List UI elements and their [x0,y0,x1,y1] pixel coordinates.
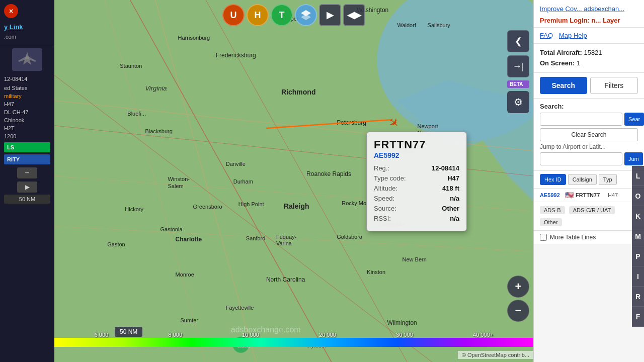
minus-icon: − [25,168,29,177]
filter-u-button[interactable]: U [222,4,245,26]
jump-button[interactable]: Jum [624,152,643,165]
nav-o-button[interactable]: O [632,186,644,206]
svg-text:Greensboro: Greensboro [193,204,222,210]
type-col-button[interactable]: Typ [599,174,617,185]
popup-reg-row: Reg.: 12-08414 [374,164,459,172]
sidebar-content: y Link .com 12-08414 ed States military … [0,20,54,362]
svg-text:Harrisonburg: Harrisonburg [178,35,210,41]
faq-link[interactable]: FAQ [540,32,553,39]
sidebar-model2: Chinook [0,116,54,124]
search-mini-button[interactable]: Sear [624,113,644,126]
svg-text:Virginia: Virginia [145,84,167,92]
popup-speed-row: Speed: n/a [374,195,459,202]
svg-text:Monroe: Monroe [176,272,194,278]
row-flag: 🇺🇸 [565,191,574,199]
source-label: Source: [374,205,396,212]
callsign-col-button[interactable]: Callsign [568,174,597,185]
rssi-label: RSSI: [374,215,391,222]
search-section-label: Search: [540,103,638,110]
svg-text:Varina: Varina [276,240,292,246]
alt-label-2: 8 000 [169,332,183,338]
panel-links-row: FAQ Map Help [534,28,644,44]
split-button[interactable]: ◀▶ [343,4,365,26]
search-input[interactable] [540,113,622,126]
alt-label-4: 20 000 [319,332,336,338]
svg-text:High Point: High Point [238,201,264,207]
popup-source-row: Source: Other [374,205,459,212]
on-screen-value: 1 [577,59,580,67]
zoom-in-button[interactable]: + [507,276,529,298]
back-button[interactable]: ❮ [507,30,529,52]
source-adsc-tag[interactable]: ADS-C/R / UAT [569,206,615,214]
reg-label: Reg.: [374,164,389,172]
type-label: Type code: [374,174,406,182]
popup-type-row: Type code: H47 [374,174,459,182]
layers-button[interactable] [295,4,317,26]
sidebar-tag-green: LS [4,142,50,152]
source-adsb-tag[interactable]: ADS-B [540,206,565,214]
svg-text:Salem: Salem [168,183,183,189]
beta-badge[interactable]: BETA [507,80,529,88]
filter-t-button[interactable]: T [271,4,293,26]
svg-text:Goldsboro: Goldsboro [337,234,362,240]
svg-text:Raleigh: Raleigh [284,202,309,210]
nav-l-button[interactable]: L [632,166,644,186]
panel-search-filters-row: Search Filters [534,73,644,99]
hex-id-col-button[interactable]: Hex ID [540,174,566,185]
search-button[interactable]: Search [540,77,587,94]
panel-stats: Total Aircraft: 15821 On Screen: 1 [534,44,644,73]
popup-rssi-row: RSSI: n/a [374,215,459,222]
alt-label-1: 6 000 [95,332,109,338]
jump-label: Jump to Airport or Latit... [540,143,638,150]
sidebar-subdomain: .com [0,34,54,43]
sidebar-link[interactable]: y Link [0,20,54,34]
jump-input[interactable] [540,152,622,165]
rssi-value: n/a [450,215,459,222]
nav-m-button[interactable]: M [632,226,644,246]
svg-text:Richmond: Richmond [281,88,316,96]
improve-coverage-link[interactable]: Improve Cov... adsbexchan... [540,5,638,14]
popup-hex[interactable]: AE5992 [374,151,459,159]
reg-value: 12-08414 [432,164,459,172]
settings-button[interactable]: ⚙ [507,91,529,113]
more-lines-label: More Table Lines [550,234,596,241]
sidebar-divider [0,45,54,45]
zoom-out-button[interactable]: − [507,300,529,322]
nav-r-button[interactable]: R [632,287,644,307]
popup-altitude-row: Altitude: 418 ft [374,185,459,192]
map-right-controls: ❮ →| BETA ⚙ [507,30,529,113]
alt-label-6: 40 000+ [473,332,493,338]
nav-f-button[interactable]: F [632,307,644,327]
svg-text:Winston-: Winston- [168,176,190,182]
nav-k-button[interactable]: K [632,206,644,226]
map-container[interactable]: Harrisonburg Culpeper Washington Waldorf… [54,0,533,362]
svg-text:Danville: Danville [226,161,246,167]
sidebar-typecode: H47 [0,100,54,108]
next-button[interactable]: ▶ [319,4,341,26]
sidebar-play-button[interactable]: ▶ [17,182,37,193]
left-sidebar: × y Link .com 12-08414 ed States militar… [0,0,54,362]
row-callsign: FRTTN77 [576,192,606,198]
nav-p-button[interactable]: P [632,246,644,266]
filters-button[interactable]: Filters [590,77,638,94]
more-lines-checkbox[interactable] [540,234,547,241]
row-hex: AE5992 [540,192,563,198]
table-row[interactable]: AE5992 🇺🇸 FRTTN77 H47 [534,189,644,202]
panel-top-links: Improve Cov... adsbexchan... Premium Log… [534,0,644,28]
nav-i-button[interactable]: I [632,266,644,287]
svg-text:Fredericksburg: Fredericksburg [216,52,256,59]
svg-text:Kinston: Kinston [367,269,385,275]
close-button[interactable]: × [4,4,18,18]
svg-text:Roanoke Rapids: Roanoke Rapids [306,170,351,177]
speed-value: n/a [450,195,459,202]
clear-search-button[interactable]: Clear Search [540,128,638,141]
source-other-tag[interactable]: Other [540,218,562,226]
svg-text:Charlotte: Charlotte [176,236,202,243]
map-help-link[interactable]: Map Help [559,32,587,39]
sidebar-minus-button[interactable]: − [17,167,37,178]
premium-login-link[interactable]: Premium Login: n... Layer [540,17,638,24]
svg-marker-61 [301,14,311,20]
sidebar-squawk: 1200 [0,132,54,140]
login-button[interactable]: →| [507,55,529,77]
filter-h-button[interactable]: H [247,4,269,26]
